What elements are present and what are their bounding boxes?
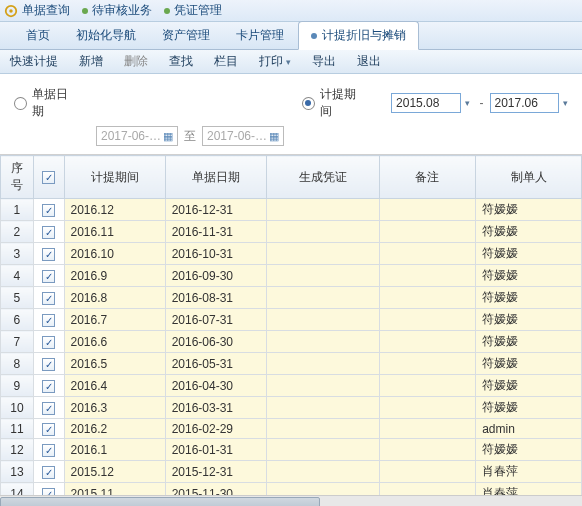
- cell-period: 2015.12: [64, 461, 165, 483]
- radio-icon: [14, 97, 27, 110]
- tab-asset[interactable]: 资产管理: [150, 22, 222, 49]
- table-row[interactable]: 1✓2016.122016-12-31符嫒嫒: [1, 199, 582, 221]
- cell-check[interactable]: ✓: [33, 419, 64, 439]
- tb-delete[interactable]: 删除: [114, 50, 159, 73]
- to-label: 至: [184, 128, 196, 145]
- cell-bill-date: 2016-10-31: [165, 243, 266, 265]
- bill-date-from-input[interactable]: 2017-06-… ▦: [96, 126, 178, 146]
- cell-check[interactable]: ✓: [33, 483, 64, 496]
- cell-bill-date: 2016-02-29: [165, 419, 266, 439]
- cell-check[interactable]: ✓: [33, 353, 64, 375]
- cell-voucher: [266, 483, 379, 496]
- cell-check[interactable]: ✓: [33, 331, 64, 353]
- cell-period: 2016.12: [64, 199, 165, 221]
- col-period[interactable]: 计提期间: [64, 156, 165, 199]
- col-seq[interactable]: 序号: [1, 156, 34, 199]
- tab-card[interactable]: 卡片管理: [224, 22, 296, 49]
- cell-seq: 5: [1, 287, 34, 309]
- checkbox-icon: ✓: [42, 270, 55, 283]
- table-row[interactable]: 2✓2016.112016-11-31符嫒嫒: [1, 221, 582, 243]
- tb-export[interactable]: 导出: [302, 50, 347, 73]
- horizontal-scrollbar[interactable]: [0, 495, 582, 506]
- table-row[interactable]: 5✓2016.82016-08-31符嫒嫒: [1, 287, 582, 309]
- checkbox-icon: ✓: [42, 444, 55, 457]
- cell-seq: 11: [1, 419, 34, 439]
- table-row[interactable]: 14✓2015.112015-11-30肖春萍: [1, 483, 582, 496]
- cell-bill-date: 2016-06-30: [165, 331, 266, 353]
- radio-bill-date[interactable]: 单据日期: [14, 86, 85, 120]
- cell-voucher: [266, 419, 379, 439]
- filter-bar: 单据日期 计提期间 2015.08 ▾ - 2017.06 ▾ 2017-06-…: [0, 74, 582, 155]
- bill-date-to-input[interactable]: 2017-06-… ▦: [202, 126, 284, 146]
- chevron-down-icon[interactable]: ▾: [465, 98, 470, 108]
- col-remark[interactable]: 备注: [379, 156, 475, 199]
- scrollbar-thumb[interactable]: [0, 497, 320, 506]
- cell-check[interactable]: ✓: [33, 397, 64, 419]
- table-row[interactable]: 13✓2015.122015-12-31肖春萍: [1, 461, 582, 483]
- cell-creator: 肖春萍: [476, 461, 582, 483]
- col-voucher[interactable]: 生成凭证: [266, 156, 379, 199]
- cell-period: 2016.1: [64, 439, 165, 461]
- period-from-input[interactable]: 2015.08: [391, 93, 460, 113]
- tb-quick[interactable]: 快速计提: [0, 50, 69, 73]
- cell-check[interactable]: ✓: [33, 461, 64, 483]
- col-creator[interactable]: 制单人: [476, 156, 582, 199]
- cell-voucher: [266, 265, 379, 287]
- cell-check[interactable]: ✓: [33, 265, 64, 287]
- cell-check[interactable]: ✓: [33, 439, 64, 461]
- cell-period: 2016.3: [64, 397, 165, 419]
- tb-find[interactable]: 查找: [159, 50, 204, 73]
- cell-check[interactable]: ✓: [33, 287, 64, 309]
- col-bill-date[interactable]: 单据日期: [165, 156, 266, 199]
- cell-seq: 14: [1, 483, 34, 496]
- checkbox-icon: ✓: [42, 358, 55, 371]
- tb-print[interactable]: 打印▾: [249, 50, 302, 73]
- cell-creator: 符嫒嫒: [476, 265, 582, 287]
- menu-voucher[interactable]: 凭证管理: [164, 2, 222, 19]
- cell-remark: [379, 331, 475, 353]
- table-row[interactable]: 12✓2016.12016-01-31符嫒嫒: [1, 439, 582, 461]
- table-row[interactable]: 6✓2016.72016-07-31符嫒嫒: [1, 309, 582, 331]
- table-row[interactable]: 4✓2016.92016-09-30符嫒嫒: [1, 265, 582, 287]
- chevron-down-icon[interactable]: ▾: [563, 98, 568, 108]
- cell-seq: 6: [1, 309, 34, 331]
- cell-seq: 10: [1, 397, 34, 419]
- table-row[interactable]: 9✓2016.42016-04-30符嫒嫒: [1, 375, 582, 397]
- cell-check[interactable]: ✓: [33, 199, 64, 221]
- cell-voucher: [266, 375, 379, 397]
- table-row[interactable]: 11✓2016.22016-02-29admin: [1, 419, 582, 439]
- cell-period: 2016.11: [64, 221, 165, 243]
- cell-remark: [379, 287, 475, 309]
- cell-creator: admin: [476, 419, 582, 439]
- cell-check[interactable]: ✓: [33, 309, 64, 331]
- tb-add[interactable]: 新增: [69, 50, 114, 73]
- col-check-all[interactable]: ✓: [33, 156, 64, 199]
- menu-query[interactable]: 单据查询: [22, 2, 70, 19]
- tb-column[interactable]: 栏目: [204, 50, 249, 73]
- cell-check[interactable]: ✓: [33, 221, 64, 243]
- cell-period: 2016.6: [64, 331, 165, 353]
- toolbar: 快速计提 新增 删除 查找 栏目 打印▾ 导出 退出: [0, 50, 582, 74]
- menu-pending[interactable]: 待审核业务: [82, 2, 152, 19]
- table-row[interactable]: 10✓2016.32016-03-31符嫒嫒: [1, 397, 582, 419]
- table-row[interactable]: 3✓2016.102016-10-31符嫒嫒: [1, 243, 582, 265]
- table-row[interactable]: 7✓2016.62016-06-30符嫒嫒: [1, 331, 582, 353]
- checkbox-icon: ✓: [42, 423, 55, 436]
- checkbox-icon: ✓: [42, 171, 55, 184]
- tb-exit[interactable]: 退出: [347, 50, 392, 73]
- cell-creator: 符嫒嫒: [476, 243, 582, 265]
- tab-bar: 首页 初始化导航 资产管理 卡片管理 计提折旧与摊销: [0, 22, 582, 50]
- radio-period[interactable]: 计提期间: [302, 86, 373, 120]
- cell-voucher: [266, 353, 379, 375]
- checkbox-icon: ✓: [42, 248, 55, 261]
- period-to-input[interactable]: 2017.06: [490, 93, 559, 113]
- tab-home[interactable]: 首页: [14, 22, 62, 49]
- cell-voucher: [266, 199, 379, 221]
- cell-voucher: [266, 221, 379, 243]
- cell-check[interactable]: ✓: [33, 243, 64, 265]
- checkbox-icon: ✓: [42, 336, 55, 349]
- cell-check[interactable]: ✓: [33, 375, 64, 397]
- table-row[interactable]: 8✓2016.52016-05-31符嫒嫒: [1, 353, 582, 375]
- tab-depreciation[interactable]: 计提折旧与摊销: [298, 21, 419, 50]
- tab-init[interactable]: 初始化导航: [64, 22, 148, 49]
